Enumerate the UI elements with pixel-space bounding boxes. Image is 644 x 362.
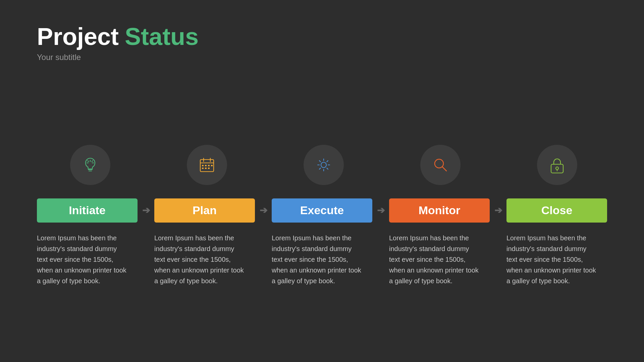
descriptions-row: Lorem Ipsum has been the industry's stan… <box>37 233 607 286</box>
arrow-icon-3: ➔ <box>377 205 385 216</box>
icon-circle-initiate <box>70 145 110 185</box>
title-row: Project Status <box>37 23 607 50</box>
svg-rect-10 <box>205 165 207 166</box>
step-wrapper-plan: Plan <box>154 198 255 223</box>
desc-initiate: Lorem Ipsum has been the industry's stan… <box>37 233 138 286</box>
gear-icon <box>314 156 333 174</box>
svg-point-20 <box>556 167 558 170</box>
desc-plan: Lorem Ipsum has been the industry's stan… <box>154 233 255 286</box>
steps-row: Initiate ➔ Plan ➔ Execute ➔ Monitor ➔ <box>37 198 607 223</box>
search-icon <box>431 156 450 174</box>
icons-row <box>37 145 607 185</box>
svg-point-16 <box>321 162 326 168</box>
page: Project Status Your subtitle <box>0 0 644 362</box>
step-wrapper-initiate: Initiate <box>37 198 138 223</box>
desc-text-initiate: Lorem Ipsum has been the industry's stan… <box>37 233 127 286</box>
arrow-3: ➔ <box>372 205 389 216</box>
svg-rect-9 <box>202 165 204 166</box>
title-green: Status <box>125 23 199 50</box>
icon-wrapper-monitor <box>390 145 490 185</box>
step-wrapper-close: Close <box>506 198 607 223</box>
desc-text-execute: Lorem Ipsum has been the industry's stan… <box>272 233 362 286</box>
monitor-button[interactable]: Monitor <box>389 198 490 223</box>
svg-rect-19 <box>551 164 563 173</box>
svg-line-4 <box>92 161 93 162</box>
arrow-1: ➔ <box>138 205 154 216</box>
svg-rect-12 <box>211 165 213 166</box>
icon-circle-monitor <box>420 145 461 185</box>
icon-wrapper-close <box>507 145 607 185</box>
step-wrapper-execute: Execute <box>272 198 372 223</box>
desc-monitor: Lorem Ipsum has been the industry's stan… <box>389 233 490 286</box>
lock-icon <box>548 156 567 174</box>
svg-rect-11 <box>208 165 210 166</box>
execute-button[interactable]: Execute <box>272 198 372 223</box>
svg-point-17 <box>435 159 443 168</box>
initiate-button[interactable]: Initiate <box>37 198 138 223</box>
icon-wrapper-initiate <box>40 145 140 185</box>
icon-circle-plan <box>187 145 227 185</box>
icon-wrapper-plan <box>157 145 257 185</box>
arrow-4: ➔ <box>490 205 506 216</box>
svg-rect-13 <box>202 168 204 169</box>
desc-text-close: Lorem Ipsum has been the industry's stan… <box>506 233 597 286</box>
svg-line-18 <box>442 167 446 171</box>
desc-text-plan: Lorem Ipsum has been the industry's stan… <box>154 233 245 286</box>
svg-line-3 <box>88 161 89 162</box>
plan-button[interactable]: Plan <box>154 198 255 223</box>
step-wrapper-monitor: Monitor <box>389 198 490 223</box>
arrow-icon-1: ➔ <box>142 205 150 216</box>
lightbulb-icon <box>81 156 100 174</box>
content: Initiate ➔ Plan ➔ Execute ➔ Monitor ➔ <box>37 89 607 342</box>
svg-rect-15 <box>208 168 210 169</box>
calendar-icon <box>198 156 216 174</box>
icon-wrapper-execute <box>274 145 374 185</box>
arrow-2: ➔ <box>255 205 272 216</box>
arrow-icon-2: ➔ <box>260 205 267 216</box>
subtitle: Your subtitle <box>37 53 607 62</box>
desc-execute: Lorem Ipsum has been the industry's stan… <box>272 233 372 286</box>
desc-text-monitor: Lorem Ipsum has been the industry's stan… <box>389 233 480 286</box>
close-button[interactable]: Close <box>506 198 607 223</box>
header: Project Status Your subtitle <box>37 23 607 62</box>
arrow-icon-4: ➔ <box>494 205 502 216</box>
icon-circle-execute <box>304 145 344 185</box>
desc-close: Lorem Ipsum has been the industry's stan… <box>506 233 607 286</box>
svg-rect-14 <box>205 168 207 169</box>
title-white: Project <box>37 23 119 50</box>
icon-circle-close <box>537 145 577 185</box>
